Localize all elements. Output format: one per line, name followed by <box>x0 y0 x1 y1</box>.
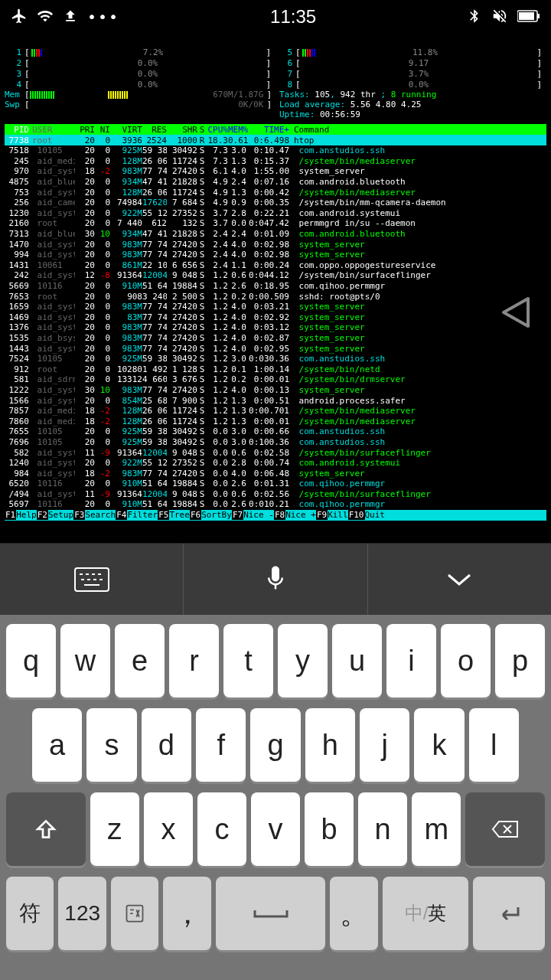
swp-value: 0K/0K <box>238 100 266 109</box>
voice-input-button[interactable] <box>184 544 367 615</box>
process-row[interactable]: 7860 aid_media18-2128M26 06811724S1.21.3… <box>5 416 546 426</box>
period-key[interactable]: 。 <box>330 877 377 950</box>
wifi-icon <box>37 8 54 27</box>
process-row[interactable]: 1469 aid_syste20083M77 74827420S1.24.00:… <box>5 312 546 323</box>
key-a[interactable]: a <box>32 708 82 782</box>
process-row[interactable]: 7653 root2009083 2402 500S1.20.20:00.509… <box>5 291 546 302</box>
process-row[interactable]: 7696 10105200925M59 38430492S0.03.00:100… <box>5 437 546 448</box>
process-row[interactable]: 1376 aid_syste200983M77 74827420S1.24.00… <box>5 322 546 333</box>
process-row[interactable]: 1659 aid_syste200983M77 74827420S1.24.00… <box>5 302 546 312</box>
process-row[interactable]: 581 aid_sdrm200133124 6603 676S1.20.20:0… <box>5 374 546 385</box>
key-x[interactable]: x <box>144 792 193 866</box>
process-row[interactable]: 6520 10116200910M51 64019884S0.02.60:01.… <box>5 479 546 489</box>
process-row[interactable]: 1535 aid_bsyste200983M77 74827420S1.24.0… <box>5 333 546 344</box>
key-l[interactable]: l <box>469 708 519 782</box>
status-time: 11:35 <box>270 6 316 28</box>
process-row[interactable]: 1240 aid_syste200922M55 12827352S0.02.80… <box>5 458 546 469</box>
key-c[interactable]: c <box>197 792 246 866</box>
process-row[interactable]: 1431 10061200861M22 1086 656S2.41.10:00.… <box>5 260 546 271</box>
key-w[interactable]: w <box>60 624 110 697</box>
ime-key[interactable] <box>111 877 158 950</box>
key-g[interactable]: g <box>250 708 300 782</box>
key-j[interactable]: j <box>360 708 409 782</box>
key-r[interactable]: r <box>169 624 219 697</box>
svg-rect-1 <box>537 14 540 18</box>
keyboard-toggle-button[interactable] <box>0 544 184 615</box>
backspace-key[interactable] <box>465 792 545 866</box>
process-row[interactable]: 5669 10116200910M51 64019884S1.22.60:18.… <box>5 281 546 292</box>
number-key[interactable]: 123 <box>58 877 106 950</box>
key-m[interactable]: m <box>412 792 461 866</box>
airplane-icon <box>11 8 28 27</box>
uptime-row: Uptime: 00:56:59 <box>279 109 546 119</box>
upload-icon <box>63 8 78 26</box>
load-row: Load average: 5.56 4.80 4.25 <box>279 100 546 109</box>
process-row[interactable]: 753 aid_syste200128M26 06811724S4.91.30:… <box>5 187 546 198</box>
mem-label: Mem <box>5 90 24 100</box>
process-row[interactable]: 1470 aid_syste200983M77 74827420S2.44.00… <box>5 239 546 250</box>
function-bar[interactable]: F1HelpF2SetupF3SearchF4FilterF5TreeF6Sor… <box>5 510 546 521</box>
key-n[interactable]: n <box>358 792 407 866</box>
process-row[interactable]: 7518 10105200925M59 38430492S7.33.00:10.… <box>5 145 546 156</box>
process-header: PIDUSERPRINIVIRTRESSHRSCPU%MEM%TIME+Comm… <box>5 124 546 135</box>
process-row[interactable]: 1443 aid_syste200983M77 74827420S1.24.00… <box>5 343 546 354</box>
process-row[interactable]: 245 aid_media200128M26 06811724S7.31.30:… <box>5 156 546 167</box>
key-o[interactable]: o <box>441 624 491 697</box>
soft-keyboard: qwertyuiop asdfghjkl zxcvbnm 符 123 ， 。 中… <box>0 615 551 980</box>
key-p[interactable]: p <box>495 624 545 697</box>
process-row[interactable]: 1222 aid_syste3010983M77 74827420S1.24.0… <box>5 385 546 396</box>
process-row[interactable]: /494 aid_syste11-991364120049 048S0.00.6… <box>5 489 546 500</box>
battery-icon <box>517 9 540 25</box>
process-row[interactable]: 7857 aid_media18-2128M26 06811724S1.21.3… <box>5 406 546 416</box>
key-f[interactable]: f <box>196 708 246 782</box>
process-row[interactable]: 256 aid_camer20074984176207 684S4.90.90:… <box>5 198 546 208</box>
process-row[interactable]: 582 aid_syste11-991364120049 048S0.00.60… <box>5 447 546 458</box>
process-row[interactable]: 7524 10105200925M59 38430492S1.23.00:030… <box>5 354 546 364</box>
process-row[interactable]: 7313 aid_bluet3010934M47 41221828S2.42.4… <box>5 229 546 240</box>
mute-icon <box>491 8 508 27</box>
key-u[interactable]: u <box>332 624 382 697</box>
key-s[interactable]: s <box>86 708 136 782</box>
process-row[interactable]: 4875 aid_bluet200934M47 41221828S4.92.40… <box>5 177 546 188</box>
process-row[interactable]: 912 root200102801 4921 128S1.20.11:00.14… <box>5 364 546 374</box>
key-z[interactable]: z <box>90 792 139 866</box>
shift-key[interactable] <box>6 792 86 866</box>
tasks-row: Tasks: 105, 942 thr ; 8 running <box>279 90 546 100</box>
svg-rect-3 <box>75 568 109 591</box>
process-row[interactable]: 1566 aid_syste200854M25 6887 900S1.21.30… <box>5 395 546 406</box>
process-row[interactable]: 984 aid_syste18-2983M77 74827420S0.04.00… <box>5 468 546 479</box>
process-row[interactable]: 7655 10105200925M59 38430492S0.03.00:00.… <box>5 426 546 437</box>
svg-rect-15 <box>127 906 143 922</box>
process-row[interactable]: 2160 root2007 440612132S3.70.00:047.42 p… <box>5 218 546 229</box>
key-h[interactable]: h <box>305 708 355 782</box>
enter-key[interactable] <box>473 877 545 950</box>
symbol-key[interactable]: 符 <box>6 877 54 950</box>
back-triangle-icon[interactable] <box>494 291 537 336</box>
key-v[interactable]: v <box>251 792 300 866</box>
bluetooth-icon <box>467 8 482 26</box>
more-icon: ••• <box>87 8 119 26</box>
svg-rect-2 <box>519 12 534 20</box>
swp-label: Swp <box>5 100 24 109</box>
key-e[interactable]: e <box>115 624 165 697</box>
process-row[interactable]: 5697 10116200910M51 64019884S0.02.60:010… <box>5 499 546 510</box>
key-t[interactable]: t <box>223 624 273 697</box>
process-active-row[interactable]: 7738 root200393625241000R18.30.610:6.498… <box>5 135 546 145</box>
key-k[interactable]: k <box>414 708 464 782</box>
language-key[interactable]: 中/ 英 <box>383 877 468 950</box>
key-y[interactable]: y <box>278 624 328 697</box>
process-row[interactable]: 1230 aid_syste200922M55 12827352S3.72.80… <box>5 208 546 219</box>
process-row[interactable]: 994 aid_syste200983M77 74827420S2.44.00:… <box>5 250 546 260</box>
key-q[interactable]: q <box>6 624 56 697</box>
key-d[interactable]: d <box>142 708 191 782</box>
collapse-keyboard-button[interactable] <box>368 544 551 615</box>
space-key[interactable] <box>216 877 326 950</box>
mem-value: 670M/1.87G <box>213 90 266 100</box>
comma-key[interactable]: ， <box>163 877 210 950</box>
key-b[interactable]: b <box>305 792 354 866</box>
process-row[interactable]: 970 aid_syste18-2983M77 74827420S6.14.01… <box>5 166 546 177</box>
process-row[interactable]: 242 aid_syste12-891364120049 048S1.20.60… <box>5 270 546 281</box>
key-i[interactable]: i <box>386 624 436 697</box>
htop-terminal[interactable]: 1[7.2%]2[0.0%]3[0.0%]4[0.0%]5[11.8%]6[9.… <box>0 34 551 543</box>
